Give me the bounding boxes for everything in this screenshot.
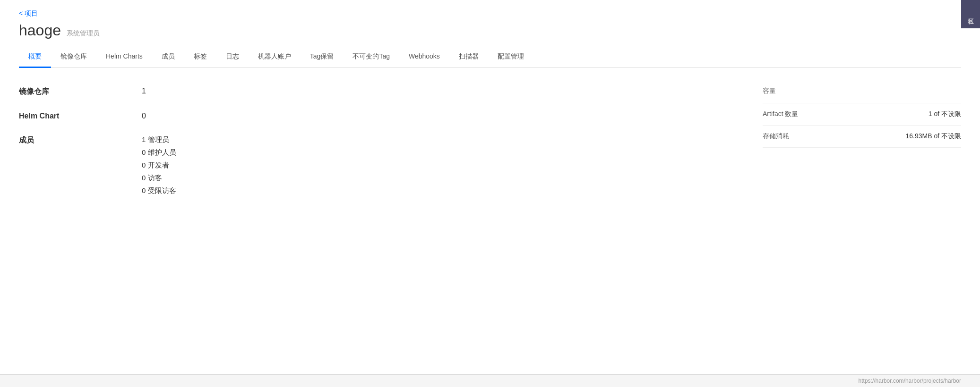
helm-chart-label: Helm Chart bbox=[19, 112, 142, 120]
capacity-value: 16.93MB of 不设限 bbox=[906, 132, 962, 141]
repositories-value: 1 bbox=[142, 87, 146, 95]
page-header: < 项目 haoge 系统管理员 概要镜像仓库Helm Charts成员标签日志… bbox=[0, 0, 980, 68]
tab-tag-retention[interactable]: Tag保留 bbox=[301, 47, 344, 68]
member-item: 0 访客 bbox=[142, 174, 176, 183]
capacity-table: Artifact 数量1 of 不设限存储消耗16.93MB of 不设限 bbox=[763, 103, 961, 148]
capacity-section: 容量 Artifact 数量1 of 不设限存储消耗16.93MB of 不设限 bbox=[763, 87, 961, 210]
project-title-row: haoge 系统管理员 bbox=[19, 22, 961, 39]
capacity-row: 存储消耗16.93MB of 不设限 bbox=[763, 126, 961, 148]
capacity-key: Artifact 数量 bbox=[763, 110, 798, 118]
capacity-title: 容量 bbox=[763, 87, 961, 95]
project-role: 系统管理员 bbox=[67, 29, 100, 38]
breadcrumb[interactable]: < 项目 bbox=[19, 9, 961, 18]
member-item: 0 开发者 bbox=[142, 161, 176, 170]
tab-immutable-tags[interactable]: 不可变的Tag bbox=[343, 47, 399, 68]
tab-config[interactable]: 配置管理 bbox=[488, 47, 533, 68]
helm-chart-value: 0 bbox=[142, 112, 146, 120]
main-content: 镜像仓库 1 Helm Chart 0 成员 1 管理员0 维护人员0 开发者0… bbox=[0, 68, 980, 229]
tab-members[interactable]: 成员 bbox=[152, 47, 184, 68]
capacity-row: Artifact 数量1 of 不设限 bbox=[763, 103, 961, 126]
member-item: 1 管理员 bbox=[142, 135, 176, 144]
left-section: 镜像仓库 1 Helm Chart 0 成员 1 管理员0 维护人员0 开发者0… bbox=[19, 87, 734, 210]
member-item: 0 受限访客 bbox=[142, 186, 176, 195]
footer-text: https://harbor.com/harbor/projects/harbo… bbox=[859, 378, 961, 384]
tab-webhooks[interactable]: Webhooks bbox=[399, 47, 449, 68]
nav-tabs: 概要镜像仓库Helm Charts成员标签日志机器人账户Tag保留不可变的Tag… bbox=[19, 47, 961, 68]
tab-scanners[interactable]: 扫描器 bbox=[449, 47, 488, 68]
footer-bar: https://harbor.com/harbor/projects/harbo… bbox=[0, 374, 980, 387]
tab-overview[interactable]: 概要 bbox=[19, 47, 51, 68]
project-name: haoge bbox=[19, 22, 61, 39]
tab-helm-charts[interactable]: Helm Charts bbox=[96, 47, 152, 68]
tab-logs[interactable]: 日志 bbox=[216, 47, 249, 68]
member-item: 0 维护人员 bbox=[142, 148, 176, 157]
top-bar-label[interactable]: 社区 bbox=[961, 0, 980, 28]
repositories-label: 镜像仓库 bbox=[19, 87, 142, 97]
members-stat: 成员 1 管理员0 维护人员0 开发者0 访客0 受限访客 bbox=[19, 135, 734, 195]
helm-chart-stat: Helm Chart 0 bbox=[19, 112, 734, 120]
capacity-key: 存储消耗 bbox=[763, 132, 789, 141]
tab-tags[interactable]: 标签 bbox=[184, 47, 216, 68]
tab-robot-accounts[interactable]: 机器人账户 bbox=[249, 47, 301, 68]
members-label: 成员 bbox=[19, 135, 142, 145]
tab-repositories[interactable]: 镜像仓库 bbox=[51, 47, 96, 68]
capacity-value: 1 of 不设限 bbox=[928, 110, 961, 118]
repositories-stat: 镜像仓库 1 bbox=[19, 87, 734, 97]
members-list: 1 管理员0 维护人员0 开发者0 访客0 受限访客 bbox=[142, 135, 176, 195]
